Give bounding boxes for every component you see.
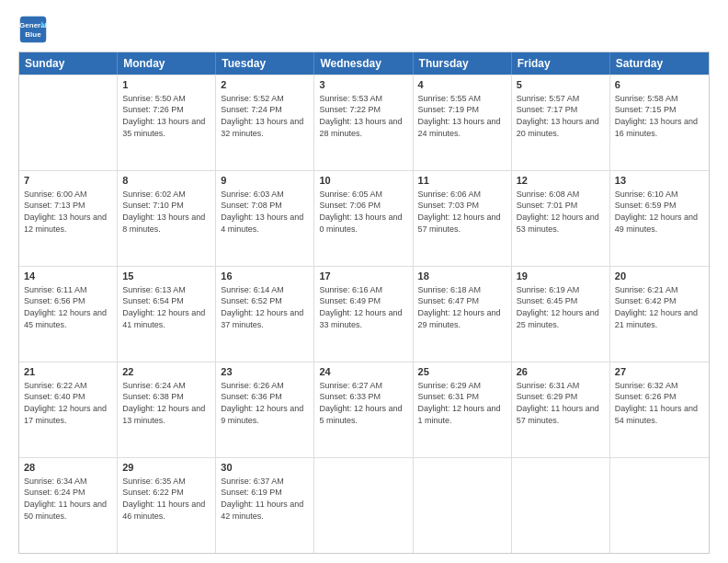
day-number: 12 xyxy=(517,174,605,188)
day-number: 11 xyxy=(418,174,506,188)
week-row-5: 28Sunrise: 6:34 AMSunset: 6:24 PMDayligh… xyxy=(19,457,709,553)
header-day-tuesday: Tuesday xyxy=(216,52,314,75)
day-info: Sunrise: 6:19 AMSunset: 6:45 PMDaylight:… xyxy=(517,284,605,330)
day-cell-5: 5Sunrise: 5:57 AMSunset: 7:17 PMDaylight… xyxy=(512,75,610,170)
day-info: Sunrise: 6:10 AMSunset: 6:59 PMDaylight:… xyxy=(615,189,704,235)
day-number: 7 xyxy=(24,174,112,188)
day-info: Sunrise: 6:08 AMSunset: 7:01 PMDaylight:… xyxy=(517,189,605,235)
day-info: Sunrise: 6:32 AMSunset: 6:26 PMDaylight:… xyxy=(615,380,704,426)
day-number: 3 xyxy=(319,78,407,92)
empty-cell xyxy=(19,75,118,170)
day-cell-7: 7Sunrise: 6:00 AMSunset: 7:13 PMDaylight… xyxy=(19,171,118,266)
day-cell-11: 11Sunrise: 6:06 AMSunset: 7:03 PMDayligh… xyxy=(414,171,512,266)
day-info: Sunrise: 6:27 AMSunset: 6:33 PMDaylight:… xyxy=(319,380,407,426)
empty-cell xyxy=(512,458,610,553)
day-cell-4: 4Sunrise: 5:55 AMSunset: 7:19 PMDaylight… xyxy=(414,75,512,170)
day-cell-1: 1Sunrise: 5:50 AMSunset: 7:26 PMDaylight… xyxy=(118,75,216,170)
day-cell-18: 18Sunrise: 6:18 AMSunset: 6:47 PMDayligh… xyxy=(414,267,512,362)
day-cell-23: 23Sunrise: 6:26 AMSunset: 6:36 PMDayligh… xyxy=(216,362,314,457)
day-info: Sunrise: 6:03 AMSunset: 7:08 PMDaylight:… xyxy=(221,189,309,235)
day-cell-25: 25Sunrise: 6:29 AMSunset: 6:31 PMDayligh… xyxy=(414,362,512,457)
day-info: Sunrise: 5:55 AMSunset: 7:19 PMDaylight:… xyxy=(418,93,506,139)
day-info: Sunrise: 6:35 AMSunset: 6:22 PMDaylight:… xyxy=(122,476,210,522)
day-cell-21: 21Sunrise: 6:22 AMSunset: 6:40 PMDayligh… xyxy=(19,362,118,457)
day-cell-28: 28Sunrise: 6:34 AMSunset: 6:24 PMDayligh… xyxy=(19,458,118,553)
day-cell-16: 16Sunrise: 6:14 AMSunset: 6:52 PMDayligh… xyxy=(216,267,314,362)
day-number: 20 xyxy=(615,270,704,283)
svg-text:Blue: Blue xyxy=(25,30,41,39)
day-cell-3: 3Sunrise: 5:53 AMSunset: 7:22 PMDaylight… xyxy=(314,75,413,170)
day-number: 27 xyxy=(615,365,704,379)
day-info: Sunrise: 6:37 AMSunset: 6:19 PMDaylight:… xyxy=(221,476,309,522)
day-number: 9 xyxy=(221,174,309,188)
logo-icon: General Blue xyxy=(18,15,48,44)
day-cell-8: 8Sunrise: 6:02 AMSunset: 7:10 PMDaylight… xyxy=(118,171,216,266)
week-row-2: 7Sunrise: 6:00 AMSunset: 7:13 PMDaylight… xyxy=(19,170,709,266)
day-number: 6 xyxy=(615,78,704,92)
day-info: Sunrise: 5:57 AMSunset: 7:17 PMDaylight:… xyxy=(517,93,605,139)
day-info: Sunrise: 6:26 AMSunset: 6:36 PMDaylight:… xyxy=(221,380,309,426)
day-info: Sunrise: 6:29 AMSunset: 6:31 PMDaylight:… xyxy=(418,380,506,426)
day-number: 4 xyxy=(418,78,506,92)
day-number: 16 xyxy=(221,270,309,283)
calendar-body: 1Sunrise: 5:50 AMSunset: 7:26 PMDaylight… xyxy=(19,75,709,553)
day-info: Sunrise: 5:52 AMSunset: 7:24 PMDaylight:… xyxy=(221,93,309,139)
day-cell-6: 6Sunrise: 5:58 AMSunset: 7:15 PMDaylight… xyxy=(610,75,709,170)
day-cell-19: 19Sunrise: 6:19 AMSunset: 6:45 PMDayligh… xyxy=(512,267,610,362)
week-row-4: 21Sunrise: 6:22 AMSunset: 6:40 PMDayligh… xyxy=(19,362,709,457)
empty-cell xyxy=(610,458,709,553)
header-day-sunday: Sunday xyxy=(19,52,118,75)
day-cell-13: 13Sunrise: 6:10 AMSunset: 6:59 PMDayligh… xyxy=(610,171,709,266)
day-info: Sunrise: 6:18 AMSunset: 6:47 PMDaylight:… xyxy=(418,284,506,330)
logo: General Blue xyxy=(18,15,51,44)
calendar: SundayMondayTuesdayWednesdayThursdayFrid… xyxy=(18,52,710,554)
day-number: 19 xyxy=(517,270,605,283)
header-day-friday: Friday xyxy=(512,52,610,75)
day-number: 14 xyxy=(24,270,112,283)
day-number: 17 xyxy=(319,270,407,283)
empty-cell xyxy=(314,458,413,553)
day-number: 28 xyxy=(24,461,112,475)
day-cell-12: 12Sunrise: 6:08 AMSunset: 7:01 PMDayligh… xyxy=(512,171,610,266)
page: General Blue SundayMondayTuesdayWednesda… xyxy=(0,0,728,563)
day-info: Sunrise: 6:11 AMSunset: 6:56 PMDaylight:… xyxy=(24,284,112,330)
day-cell-2: 2Sunrise: 5:52 AMSunset: 7:24 PMDaylight… xyxy=(216,75,314,170)
week-row-1: 1Sunrise: 5:50 AMSunset: 7:26 PMDaylight… xyxy=(19,75,709,170)
day-info: Sunrise: 5:58 AMSunset: 7:15 PMDaylight:… xyxy=(615,93,704,139)
day-number: 15 xyxy=(122,270,210,283)
day-cell-30: 30Sunrise: 6:37 AMSunset: 6:19 PMDayligh… xyxy=(216,458,314,553)
day-info: Sunrise: 6:05 AMSunset: 7:06 PMDaylight:… xyxy=(319,189,407,235)
day-cell-20: 20Sunrise: 6:21 AMSunset: 6:42 PMDayligh… xyxy=(610,267,709,362)
day-cell-15: 15Sunrise: 6:13 AMSunset: 6:54 PMDayligh… xyxy=(118,267,216,362)
day-info: Sunrise: 6:14 AMSunset: 6:52 PMDaylight:… xyxy=(221,284,309,330)
day-info: Sunrise: 6:21 AMSunset: 6:42 PMDaylight:… xyxy=(615,284,704,330)
day-number: 23 xyxy=(221,365,309,379)
calendar-header: SundayMondayTuesdayWednesdayThursdayFrid… xyxy=(19,52,709,75)
week-row-3: 14Sunrise: 6:11 AMSunset: 6:56 PMDayligh… xyxy=(19,266,709,362)
day-info: Sunrise: 6:13 AMSunset: 6:54 PMDaylight:… xyxy=(122,284,210,330)
day-cell-17: 17Sunrise: 6:16 AMSunset: 6:49 PMDayligh… xyxy=(314,267,413,362)
day-number: 8 xyxy=(122,174,210,188)
header-day-wednesday: Wednesday xyxy=(314,52,413,75)
day-cell-10: 10Sunrise: 6:05 AMSunset: 7:06 PMDayligh… xyxy=(314,171,413,266)
day-cell-27: 27Sunrise: 6:32 AMSunset: 6:26 PMDayligh… xyxy=(610,362,709,457)
day-number: 29 xyxy=(122,461,210,475)
day-info: Sunrise: 5:53 AMSunset: 7:22 PMDaylight:… xyxy=(319,93,407,139)
day-number: 21 xyxy=(24,365,112,379)
empty-cell xyxy=(414,458,512,553)
day-cell-14: 14Sunrise: 6:11 AMSunset: 6:56 PMDayligh… xyxy=(19,267,118,362)
day-info: Sunrise: 6:24 AMSunset: 6:38 PMDaylight:… xyxy=(122,380,210,426)
day-info: Sunrise: 5:50 AMSunset: 7:26 PMDaylight:… xyxy=(122,93,210,139)
header: General Blue xyxy=(18,15,710,44)
day-number: 5 xyxy=(517,78,605,92)
header-day-saturday: Saturday xyxy=(610,52,709,75)
day-number: 13 xyxy=(615,174,704,188)
day-number: 26 xyxy=(517,365,605,379)
day-info: Sunrise: 6:16 AMSunset: 6:49 PMDaylight:… xyxy=(319,284,407,330)
day-info: Sunrise: 6:34 AMSunset: 6:24 PMDaylight:… xyxy=(24,476,112,522)
day-info: Sunrise: 6:02 AMSunset: 7:10 PMDaylight:… xyxy=(122,189,210,235)
day-info: Sunrise: 6:31 AMSunset: 6:29 PMDaylight:… xyxy=(517,380,605,426)
day-number: 25 xyxy=(418,365,506,379)
day-info: Sunrise: 6:00 AMSunset: 7:13 PMDaylight:… xyxy=(24,189,112,235)
day-number: 18 xyxy=(418,270,506,283)
